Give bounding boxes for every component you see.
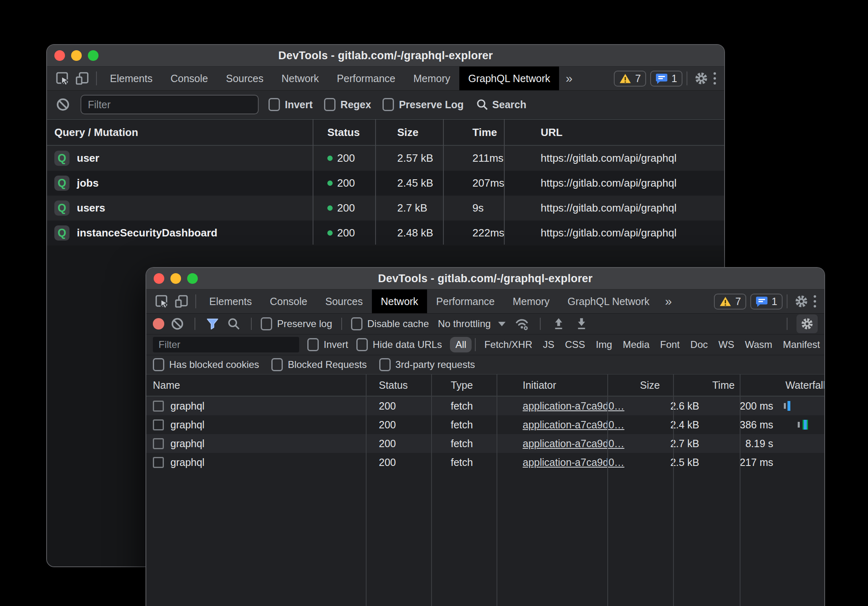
chip-media[interactable]: Media [617,337,655,352]
export-har-icon[interactable] [573,314,591,334]
checkbox-regex[interactable]: Regex [324,98,371,111]
column-divider[interactable] [607,374,608,606]
filter-input[interactable] [81,95,259,114]
chip-ws[interactable]: WS [713,337,740,352]
invert-checkbox[interactable]: Invert [307,338,348,351]
initiator-link[interactable]: application-a7ca9d0… [523,438,624,450]
tab-network[interactable]: Network [372,290,427,313]
chip-doc[interactable]: Doc [685,337,713,352]
request-row[interactable]: graphql200fetchapplication-a7ca9d0…2.5 k… [146,453,824,472]
tab-memory[interactable]: Memory [503,290,558,313]
inspect-icon[interactable] [53,69,72,88]
column-header-time[interactable]: Time [465,126,533,139]
column-header-url[interactable]: URL [533,126,724,139]
initiator-link[interactable]: application-a7ca9d0… [523,457,624,468]
checkbox-blocked-requests[interactable]: Blocked Requests [271,358,367,371]
close-button[interactable] [154,273,164,284]
column-divider[interactable] [431,374,432,606]
chip-img[interactable]: Img [591,337,617,352]
tab-sources[interactable]: Sources [316,290,372,313]
preserve-log-checkbox[interactable]: Preserve log [261,317,332,330]
messages-badge[interactable]: 1 [750,294,783,310]
initiator-link[interactable]: application-a7ca9d0… [523,419,624,431]
tab-memory[interactable]: Memory [404,67,459,90]
tab-network[interactable]: Network [273,67,328,90]
tab-console[interactable]: Console [261,290,316,313]
clear-icon[interactable] [169,314,186,334]
tab-graphql-network[interactable]: GraphQL Network [459,67,559,90]
query-row[interactable]: Qjobs2002.45 kB207mshttps://gitlab.com/a… [47,171,724,196]
tab-elements[interactable]: Elements [101,67,161,90]
column-divider[interactable] [313,119,313,245]
titlebar[interactable]: DevTools - gitlab.com/-/graphql-explorer [146,268,824,290]
tab-sources[interactable]: Sources [217,67,273,90]
checkbox-3rd-party-requests[interactable]: 3rd-party requests [379,358,475,371]
chip-css[interactable]: CSS [560,337,591,352]
column-divider[interactable] [504,119,505,245]
column-header-size[interactable]: Size [633,379,706,391]
column-divider[interactable] [740,374,740,606]
chip-js[interactable]: JS [538,337,560,352]
warnings-badge[interactable]: 7 [714,294,746,310]
network-conditions-icon[interactable] [513,314,531,334]
zoom-button[interactable] [88,50,98,61]
device-toolbar-icon[interactable] [72,69,92,88]
chip-manifest[interactable]: Manifest [778,337,825,352]
search-icon[interactable] [226,314,242,334]
settings-gear-icon[interactable] [691,69,711,88]
zoom-button[interactable] [187,273,198,284]
column-header-time[interactable]: Time [706,379,779,391]
chip-wasm[interactable]: Wasm [740,337,778,352]
column-divider[interactable] [375,119,376,245]
checkbox-invert[interactable]: Invert [268,98,313,111]
column-divider[interactable] [443,119,444,245]
column-header-type[interactable]: Type [444,379,516,391]
import-har-icon[interactable] [550,314,568,334]
search-button[interactable]: Search [476,98,526,111]
column-header-status[interactable]: Status [320,126,390,139]
tab-performance[interactable]: Performance [328,67,404,90]
block-icon[interactable] [55,95,71,114]
column-divider[interactable] [497,374,497,606]
column-header-size[interactable]: Size [390,126,465,139]
column-header-name[interactable]: Name [146,379,372,391]
titlebar[interactable]: DevTools - gitlab.com/-/graphql-explorer [47,45,724,67]
more-tabs-icon[interactable]: » [559,71,579,85]
chevron-down-icon[interactable] [498,322,506,326]
settings-gear-icon[interactable] [792,292,811,311]
record-icon[interactable] [153,318,164,330]
disable-cache-checkbox[interactable]: Disable cache [351,317,429,330]
tab-performance[interactable]: Performance [427,290,503,313]
chip-all[interactable]: All [450,337,472,352]
minimize-button[interactable] [71,50,82,61]
filter-funnel-icon[interactable] [204,314,221,334]
initiator-link[interactable]: application-a7ca9d0… [523,400,624,412]
column-header-query-mutation[interactable]: Query / Mutation [47,126,320,139]
tab-console[interactable]: Console [161,67,217,90]
column-divider[interactable] [673,374,674,606]
request-row[interactable]: graphql200fetchapplication-a7ca9d0…2.4 k… [146,415,824,434]
more-tabs-icon[interactable]: » [658,294,678,308]
tab-elements[interactable]: Elements [200,290,261,313]
checkbox-has-blocked-cookies[interactable]: Has blocked cookies [153,358,259,371]
hide-data-urls-checkbox[interactable]: Hide data URLs [356,338,442,351]
column-header-initiator[interactable]: Initiator [516,379,633,391]
chip-font[interactable]: Font [655,337,685,352]
warnings-badge[interactable]: 7 [614,71,646,87]
checkbox-preserve-log[interactable]: Preserve Log [383,98,463,111]
column-divider[interactable] [366,374,367,606]
more-menu-icon[interactable] [711,72,718,85]
chip-fetch-xhr[interactable]: Fetch/XHR [479,337,537,352]
close-button[interactable] [54,50,65,61]
inspect-icon[interactable] [152,292,172,311]
more-menu-icon[interactable] [811,295,819,307]
column-header-waterfall[interactable]: Waterfall [779,379,824,391]
messages-badge[interactable]: 1 [650,71,682,87]
request-row[interactable]: graphql200fetchapplication-a7ca9d0…2.7 k… [146,434,824,453]
query-row[interactable]: QinstanceSecurityDashboard2002.48 kB222m… [47,221,724,245]
query-row[interactable]: Qusers2002.7 kB9shttps://gitlab.com/api/… [47,196,724,221]
device-toolbar-icon[interactable] [172,292,191,311]
tab-graphql-network[interactable]: GraphQL Network [559,290,659,313]
throttling-select[interactable]: No throttling [438,318,490,330]
network-settings-gear-icon[interactable] [796,314,818,333]
